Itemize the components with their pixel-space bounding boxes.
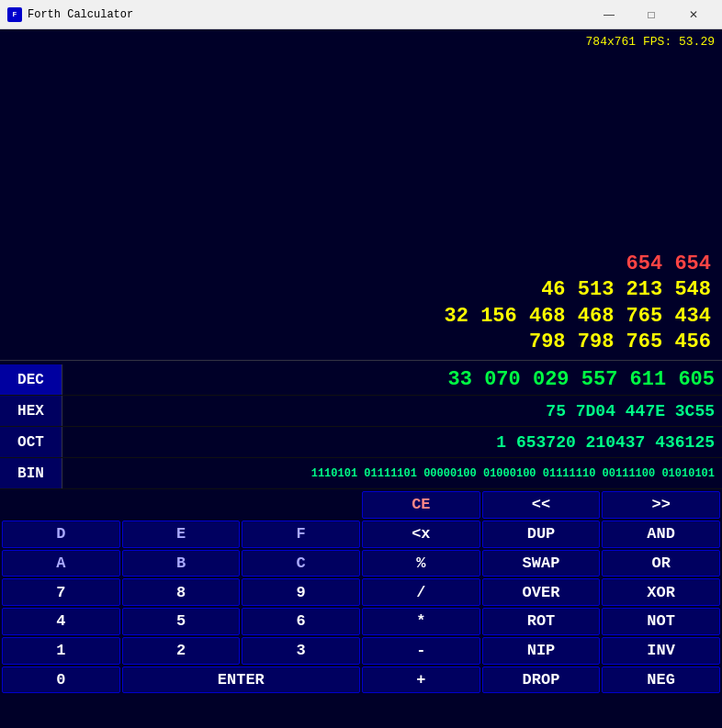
f-button[interactable]: F	[242, 521, 360, 548]
neg-button[interactable]: NEG	[602, 666, 720, 694]
bin-label[interactable]: BIN	[0, 458, 62, 488]
xor-button[interactable]: XOR	[602, 578, 720, 606]
main-area: 784x761 FPS: 53.29 654 654 46 513 213 54…	[0, 29, 722, 728]
base-displays: DEC 33 070 029 557 611 605 HEX 75 7D04 4…	[0, 360, 722, 489]
stack-row-2: 46 513 213 548	[7, 277, 715, 304]
b-button[interactable]: B	[122, 550, 241, 577]
hex-value: 75 7D04 447E 3C55	[62, 402, 722, 420]
window-title: Forth Calculator	[28, 8, 588, 21]
fps-display: 784x761 FPS: 53.29	[0, 33, 722, 51]
multiply-button[interactable]: *	[362, 608, 480, 635]
close-button[interactable]: ✕	[672, 0, 715, 29]
inv-button[interactable]: INV	[602, 637, 720, 665]
and-button[interactable]: AND	[602, 521, 720, 548]
hex-row: HEX 75 7D04 447E 3C55	[0, 396, 722, 427]
subtract-button[interactable]: -	[362, 637, 480, 665]
rot-button[interactable]: ROT	[482, 608, 601, 635]
1-button[interactable]: 1	[2, 637, 120, 665]
dec-label[interactable]: DEC	[0, 364, 62, 395]
6-button[interactable]: 6	[242, 608, 360, 635]
titlebar: F Forth Calculator — □ ✕	[0, 0, 722, 29]
minimize-button[interactable]: —	[588, 0, 630, 29]
drop-button[interactable]: DROP	[482, 666, 601, 694]
oct-row: OCT 1 653720 210437 436125	[0, 427, 722, 458]
enter-button[interactable]: ENTER	[122, 666, 360, 694]
or-button[interactable]: OR	[602, 550, 720, 577]
bin-row: BIN 1110101 01111101 00000100 01000100 0…	[0, 458, 722, 489]
window-controls: — □ ✕	[588, 0, 715, 29]
stack-row-1: 654 654	[7, 252, 715, 278]
8-button[interactable]: 8	[122, 578, 241, 606]
3-button[interactable]: 3	[242, 637, 360, 665]
c-button[interactable]: C	[242, 550, 360, 577]
d-button[interactable]: D	[2, 521, 120, 548]
backspace-button[interactable]: <x	[362, 521, 480, 548]
0-button[interactable]: 0	[2, 666, 120, 694]
dec-value: 33 070 029 557 611 605	[62, 368, 722, 391]
hex-label[interactable]: HEX	[0, 396, 62, 426]
oct-value: 1 653720 210437 436125	[62, 433, 722, 452]
not-button[interactable]: NOT	[602, 608, 720, 635]
5-button[interactable]: 5	[122, 608, 241, 635]
swap-button[interactable]: SWAP	[482, 550, 601, 577]
over-button[interactable]: OVER	[482, 578, 601, 606]
app-icon: F	[7, 7, 22, 22]
nip-button[interactable]: NIP	[482, 637, 601, 665]
2-button[interactable]: 2	[122, 637, 241, 665]
shift-left-button[interactable]: <<	[482, 491, 601, 519]
divide-button[interactable]: /	[362, 578, 480, 606]
9-button[interactable]: 9	[242, 578, 360, 606]
ce-button[interactable]: CE	[362, 491, 480, 519]
keypad: CE << >> D E F <x DUP AND A B C % SWAP O…	[0, 489, 722, 724]
dup-button[interactable]: DUP	[482, 521, 601, 548]
a-button[interactable]: A	[2, 550, 120, 577]
stack-row-4: 798 798 765 456	[7, 330, 715, 356]
4-button[interactable]: 4	[2, 608, 120, 635]
dec-row: DEC 33 070 029 557 611 605	[0, 364, 722, 396]
7-button[interactable]: 7	[2, 578, 120, 606]
e-button[interactable]: E	[122, 521, 241, 548]
maximize-button[interactable]: □	[630, 0, 672, 29]
bin-value: 1110101 01111101 00000100 01000100 01111…	[62, 467, 722, 480]
mod-button[interactable]: %	[362, 550, 480, 577]
stack-row-3: 32 156 468 468 765 434	[7, 304, 715, 330]
oct-label[interactable]: OCT	[0, 427, 62, 457]
add-button[interactable]: +	[362, 666, 480, 694]
shift-right-button[interactable]: >>	[602, 491, 720, 519]
stack-display: 654 654 46 513 213 548 32 156 468 468 76…	[0, 51, 722, 360]
